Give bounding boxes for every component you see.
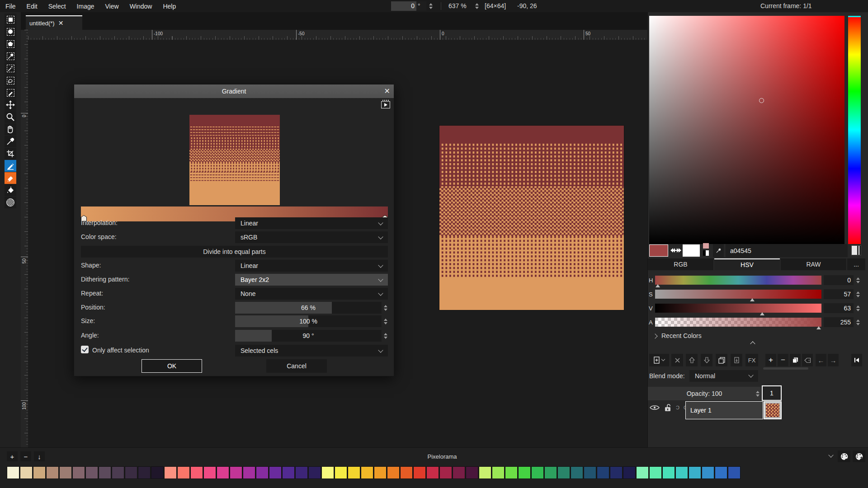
hue-slider-handle-icon[interactable] bbox=[656, 284, 660, 287]
palette-swatch[interactable] bbox=[47, 467, 58, 479]
palette-swatch[interactable] bbox=[440, 467, 452, 479]
palette-swatch[interactable] bbox=[335, 467, 347, 479]
tab-hsv[interactable]: HSV bbox=[714, 258, 780, 270]
menu-help[interactable]: Help bbox=[157, 3, 181, 10]
clone-layer-button[interactable] bbox=[716, 354, 727, 366]
saturation-slider[interactable] bbox=[655, 290, 821, 299]
move-layer-up-button[interactable] bbox=[686, 354, 698, 366]
tool-eraser[interactable] bbox=[5, 172, 16, 184]
tool-pan[interactable] bbox=[5, 123, 16, 135]
interpolation-select[interactable]: Linear bbox=[235, 217, 388, 229]
tab-rgb[interactable]: RGB bbox=[648, 258, 713, 270]
tab-raw[interactable]: RAW bbox=[781, 258, 846, 270]
palette-swatch[interactable] bbox=[296, 467, 307, 479]
palette-swatch[interactable] bbox=[689, 467, 701, 479]
value-slider[interactable] bbox=[655, 304, 821, 313]
canvas-image[interactable] bbox=[439, 126, 624, 310]
tool-bucket[interactable] bbox=[5, 184, 16, 196]
palette-swatch[interactable] bbox=[505, 467, 517, 479]
ok-button[interactable]: OK bbox=[142, 359, 202, 373]
add-frame-button[interactable]: + bbox=[765, 354, 776, 366]
eyedropper-button[interactable] bbox=[713, 244, 724, 257]
angle-slider[interactable]: 90 ° bbox=[235, 330, 382, 342]
size-slider[interactable]: 100 % bbox=[235, 315, 382, 327]
palette-swatch[interactable] bbox=[387, 467, 399, 479]
tool-color-picker[interactable] bbox=[5, 136, 16, 147]
prev-frame-button[interactable]: ← bbox=[816, 354, 826, 366]
only-affect-selection-checkbox[interactable] bbox=[81, 346, 89, 353]
tool-paint-select[interactable] bbox=[5, 87, 16, 99]
palette-swatch[interactable] bbox=[637, 467, 648, 479]
swap-colors-icon[interactable] bbox=[670, 247, 681, 253]
delete-layer-button[interactable] bbox=[671, 354, 683, 366]
palette-swatch[interactable] bbox=[715, 467, 727, 479]
tool-polygon-select[interactable] bbox=[5, 38, 16, 50]
palette-swatch[interactable] bbox=[256, 467, 268, 479]
palette-swatch[interactable] bbox=[73, 467, 85, 479]
sort-swatches-button[interactable]: ↓ bbox=[34, 451, 45, 461]
palette-swatch[interactable] bbox=[309, 467, 321, 479]
hue-spinner-icon[interactable] bbox=[855, 275, 861, 285]
palette-swatch[interactable] bbox=[650, 467, 661, 479]
sv-cursor-icon[interactable] bbox=[759, 98, 764, 103]
palette-swatch[interactable] bbox=[623, 467, 635, 479]
rotation-spinbox[interactable]: 0 ° bbox=[391, 1, 426, 11]
angle-spinner-icon[interactable] bbox=[382, 330, 389, 342]
palette-swatch[interactable] bbox=[165, 467, 176, 479]
layer-fx-button[interactable]: FX bbox=[745, 354, 758, 366]
new-palette-button[interactable] bbox=[853, 450, 865, 462]
default-colors-icon[interactable] bbox=[703, 250, 709, 256]
background-color-swatch[interactable] bbox=[683, 244, 700, 257]
tool-move[interactable] bbox=[5, 99, 16, 111]
palette-swatch[interactable] bbox=[7, 467, 19, 479]
palette-swatch[interactable] bbox=[571, 467, 583, 479]
palette-swatch[interactable] bbox=[33, 467, 45, 479]
saturation-value-picker[interactable] bbox=[649, 16, 844, 244]
tool-rectangle-select[interactable] bbox=[5, 14, 16, 25]
menu-file[interactable]: File bbox=[0, 3, 21, 10]
tag-frame-button[interactable] bbox=[802, 354, 813, 366]
palette-swatch[interactable] bbox=[676, 467, 688, 479]
display-filter-button[interactable] bbox=[851, 245, 861, 255]
value-spinner-icon[interactable] bbox=[855, 303, 861, 313]
panel-collapse-handle[interactable] bbox=[751, 344, 755, 346]
alpha-value-box[interactable]: 255 bbox=[824, 317, 854, 327]
colorspace-select[interactable]: sRGB bbox=[235, 231, 388, 243]
palette-swatch[interactable] bbox=[86, 467, 98, 479]
saturation-slider-handle-icon[interactable] bbox=[750, 298, 755, 301]
hue-cursor-icon[interactable] bbox=[848, 16, 861, 17]
tool-ellipse-select[interactable] bbox=[5, 26, 16, 38]
palette-swatch[interactable] bbox=[269, 467, 281, 479]
tool-lasso[interactable] bbox=[5, 75, 16, 86]
palette-swatch[interactable] bbox=[20, 467, 32, 479]
menu-view[interactable]: View bbox=[100, 3, 124, 10]
palette-swatch[interactable] bbox=[492, 467, 504, 479]
palette-swatch[interactable] bbox=[112, 467, 124, 479]
add-layer-button[interactable] bbox=[649, 354, 669, 366]
edit-palette-button[interactable] bbox=[838, 450, 850, 462]
tool-shading[interactable] bbox=[5, 197, 16, 208]
hue-strip[interactable] bbox=[848, 16, 861, 244]
shape-select[interactable]: Linear bbox=[235, 260, 388, 272]
palette-swatch[interactable] bbox=[663, 467, 675, 479]
remove-frame-button[interactable]: − bbox=[778, 354, 788, 366]
merge-down-button[interactable] bbox=[731, 354, 742, 366]
saturation-spinner-icon[interactable] bbox=[855, 289, 861, 299]
palette-swatch[interactable] bbox=[702, 467, 714, 479]
blend-mode-select[interactable]: Normal bbox=[689, 370, 758, 382]
repeat-select[interactable]: None bbox=[235, 288, 388, 300]
palette-swatch[interactable] bbox=[584, 467, 596, 479]
tab-more[interactable]: ... bbox=[847, 258, 865, 270]
position-slider[interactable]: 66 % bbox=[235, 302, 382, 314]
palette-swatch[interactable] bbox=[322, 467, 334, 479]
palette-swatch[interactable] bbox=[191, 467, 203, 479]
tool-color-select[interactable] bbox=[5, 50, 16, 62]
palette-swatch[interactable] bbox=[283, 467, 294, 479]
palette-swatch[interactable] bbox=[178, 467, 189, 479]
layer-lock-icon[interactable] bbox=[664, 404, 671, 412]
hue-slider[interactable] bbox=[655, 276, 821, 285]
palette-swatch[interactable] bbox=[125, 467, 137, 479]
tab-untitled[interactable]: untitled(*) ✕ bbox=[26, 15, 82, 30]
current-color-swatch[interactable] bbox=[649, 244, 668, 257]
tool-crop[interactable] bbox=[5, 148, 16, 160]
